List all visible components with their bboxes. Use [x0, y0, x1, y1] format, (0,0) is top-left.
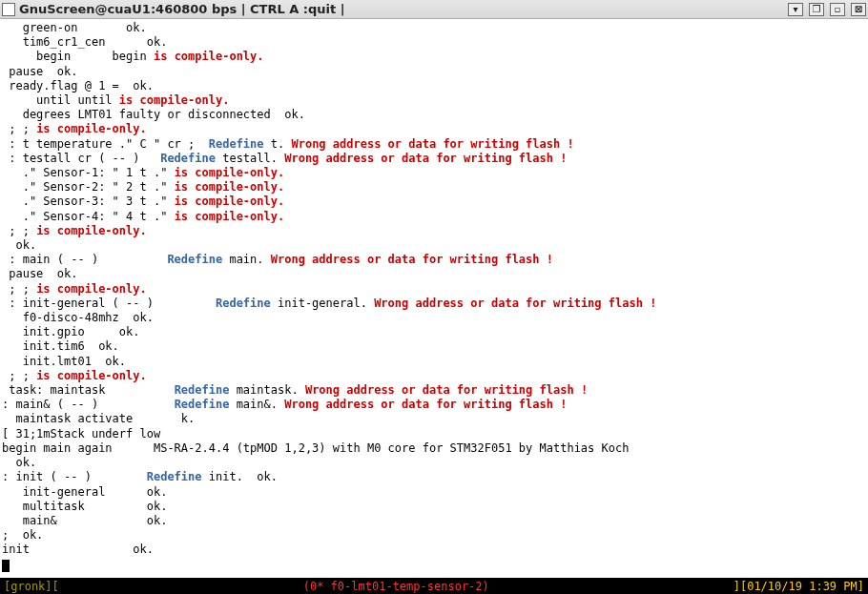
window-restore-button[interactable]: ❐ — [809, 3, 824, 16]
terminal-text-segment: : t temperature ." C " cr ; — [2, 137, 209, 151]
terminal-text-segment: ; ; — [2, 369, 36, 382]
terminal-text-segment: ; ; — [2, 122, 36, 135]
terminal-line: ok. — [2, 456, 866, 470]
statusbar-close-paren: ) — [483, 580, 489, 593]
terminal-line: [ 31;1mStack underf low — [2, 427, 866, 441]
statusbar-window-name: 0* f0-lmt01-temp-sensor-2 — [310, 580, 483, 593]
terminal-text-segment: pause ok. — [2, 65, 77, 78]
terminal-text-segment: Redefine — [175, 398, 230, 411]
terminal-text-segment: is compile-only. — [175, 210, 285, 223]
statusbar-open-paren: ( — [303, 580, 310, 593]
terminal-text-segment: f0-disco-48mhz ok. — [2, 311, 154, 324]
terminal-text-segment: ." Sensor-4: " 4 t ." — [2, 210, 175, 223]
window-titlebar: GnuScreen@cuaU1:460800 bps | CTRL A :qui… — [0, 0, 868, 19]
terminal-line: init-general ok. — [2, 485, 866, 500]
terminal-line: ." Sensor-4: " 4 t ." is compile-only. — [2, 210, 866, 224]
terminal-text-segment: init ok. — [2, 543, 154, 556]
terminal-text-segment: init.lmt01 ok. — [2, 355, 126, 368]
terminal-text-segment: init-general. — [271, 297, 374, 310]
window-min-button[interactable]: ▾ — [788, 3, 803, 16]
terminal-line: task: maintask Redefine maintask. Wrong … — [2, 383, 866, 398]
terminal-text-segment: init.tim6 ok. — [2, 339, 119, 353]
terminal-text-segment: Redefine — [216, 297, 271, 310]
terminal-line: init.lmt01 ok. — [2, 355, 866, 369]
terminal-line: until until is compile-only. — [2, 93, 866, 108]
terminal-text-segment: is compile-only. — [175, 166, 285, 179]
terminal-text-segment: main. — [222, 253, 271, 266]
terminal-text-segment: task: maintask — [2, 383, 175, 397]
statusbar-window: (0* f0-lmt01-temp-sensor-2) — [59, 580, 734, 593]
terminal-text-segment: begin main again MS-RA-2.4.4 (tpMOD 1,2,… — [2, 441, 629, 455]
terminal-text-segment: is compile-only. — [175, 195, 285, 208]
terminal-text-segment: is compile-only. — [36, 122, 147, 135]
terminal-text-segment: ." Sensor-3: " 3 t ." — [2, 195, 175, 208]
terminal-line: ready.flag @ 1 = ok. — [2, 79, 866, 93]
terminal-line: f0-disco-48mhz ok. — [2, 311, 866, 325]
terminal-text-segment: Wrong address or data for writing flash … — [284, 398, 567, 411]
terminal-text-segment: [ 31;1mStack underf low — [2, 427, 160, 440]
terminal-text-segment: degrees LMT01 faulty or disconnected ok. — [2, 108, 305, 121]
terminal-line: multitask ok. — [2, 500, 866, 514]
statusbar-clock: ][01/10/19 1:39 PM] — [734, 580, 864, 593]
terminal-text-segment: Redefine — [209, 137, 264, 151]
screen-statusbar: [gronk][ (0* f0-lmt01-temp-sensor-2) ][0… — [0, 578, 868, 594]
terminal-text-segment: : main ( -- ) — [2, 253, 167, 266]
terminal-line: init ok. — [2, 543, 866, 557]
terminal-text-segment: Redefine — [160, 152, 216, 165]
terminal-line: ; ; is compile-only. — [2, 282, 866, 297]
terminal-text-segment: Redefine — [167, 253, 222, 266]
terminal-text-segment: : init-general ( -- ) — [2, 297, 216, 310]
terminal-text-segment: is compile-only. — [36, 224, 147, 237]
terminal-line: ." Sensor-3: " 3 t ." is compile-only. — [2, 195, 866, 209]
terminal-line: : init ( -- ) Redefine init. ok. — [2, 470, 866, 484]
terminal-text-segment: Wrong address or data for writing flash … — [374, 297, 656, 310]
terminal-line: pause ok. — [2, 267, 866, 281]
terminal-cursor — [2, 560, 10, 572]
terminal-line: : main& ( -- ) Redefine main&. Wrong add… — [2, 398, 866, 412]
terminal-text-segment: tim6_cr1_cen ok. — [2, 35, 167, 49]
window-close-button[interactable]: ⊠ — [851, 3, 866, 16]
terminal-line: ; ; is compile-only. — [2, 369, 866, 383]
terminal-line: init.gpio ok. — [2, 325, 866, 339]
terminal-text-segment: green-on ok. — [2, 21, 147, 34]
terminal-text-segment: ." Sensor-2: " 2 t ." — [2, 180, 175, 194]
terminal-text-segment: Redefine — [175, 383, 230, 397]
terminal-text-segment: testall. — [216, 152, 284, 165]
terminal-text-segment: ; ; — [2, 282, 36, 296]
terminal-line: begin main again MS-RA-2.4.4 (tpMOD 1,2,… — [2, 441, 866, 456]
terminal-text-segment: ." Sensor-1: " 1 t ." — [2, 166, 175, 179]
terminal-text-segment: is compile-only. — [119, 93, 230, 107]
terminal-text-segment: init-general ok. — [2, 485, 167, 499]
terminal-line: degrees LMT01 faulty or disconnected ok. — [2, 108, 866, 122]
terminal-text-segment: Wrong address or data for writing flash … — [271, 253, 553, 266]
terminal-line: ok. — [2, 238, 866, 253]
terminal-text-segment: init. ok. — [202, 470, 278, 483]
terminal-line: ; ok. — [2, 528, 866, 543]
terminal-line: tim6_cr1_cen ok. — [2, 35, 866, 50]
terminal-line: pause ok. — [2, 65, 866, 79]
terminal-line: main& ok. — [2, 514, 866, 528]
terminal-output[interactable]: green-on ok. tim6_cr1_cen ok. begin begi… — [0, 19, 868, 578]
terminal-text-segment: Wrong address or data for writing flash … — [291, 137, 573, 151]
window-max-button[interactable]: ▫ — [830, 3, 845, 16]
terminal-text-segment: main& ok. — [2, 514, 167, 527]
terminal-text-segment: ; ok. — [2, 528, 43, 542]
terminal-text-segment: : testall cr ( -- ) — [2, 152, 160, 165]
terminal-text-segment: ok. — [2, 456, 36, 469]
terminal-line: : main ( -- ) Redefine main. Wrong addre… — [2, 253, 866, 267]
terminal-line: green-on ok. — [2, 21, 866, 35]
terminal-text-segment: : init ( -- ) — [2, 470, 147, 483]
terminal-text-segment: maintask activate k. — [2, 412, 195, 425]
window-title: GnuScreen@cuaU1:460800 bps | CTRL A :qui… — [19, 2, 782, 16]
terminal-line: begin begin is compile-only. — [2, 50, 866, 64]
terminal-text-segment: Wrong address or data for writing flash … — [305, 383, 588, 397]
terminal-text-segment: until until — [2, 93, 119, 107]
terminal-line: : testall cr ( -- ) Redefine testall. Wr… — [2, 152, 866, 166]
terminal-line: init.tim6 ok. — [2, 339, 866, 354]
terminal-text-segment: Wrong address or data for writing flash … — [284, 152, 567, 165]
terminal-line: ; ; is compile-only. — [2, 224, 866, 238]
terminal-line: ." Sensor-2: " 2 t ." is compile-only. — [2, 180, 866, 195]
terminal-text-segment: is compile-only. — [154, 50, 264, 63]
terminal-line: : t temperature ." C " cr ; Redefine t. … — [2, 137, 866, 152]
terminal-text-segment: : main& ( -- ) — [2, 398, 175, 411]
